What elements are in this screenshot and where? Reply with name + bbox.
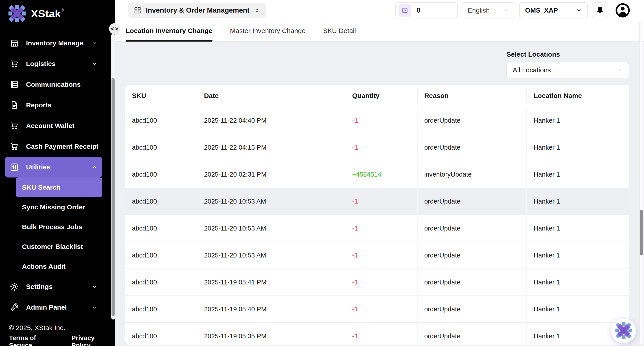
cell-location-name: Hanker 1 [527, 269, 629, 295]
column-header-date: Date [197, 89, 345, 102]
cell-sku: abcd100 [125, 269, 197, 295]
cell-quantity: -1 [345, 269, 417, 295]
language-select[interactable]: English [462, 2, 515, 19]
cell-location-name: Hanker 1 [527, 296, 629, 322]
sidebar-item-customer-blacklist[interactable]: Customer Blacklist [16, 237, 102, 257]
sidebar: XStak® Inventory Managem...LogisticsComm… [0, 0, 115, 346]
brand-logo[interactable]: XStak® [8, 5, 64, 23]
wallet-icon [398, 4, 411, 17]
sidebar-item-label: Bulk Process Jobs [22, 223, 82, 231]
locations-dropdown[interactable]: All Locations [506, 62, 629, 78]
select-locations-label: Select Locations [506, 51, 629, 58]
store-icon [10, 38, 19, 48]
table-row[interactable]: abcd1002025-11-22 04:15 PM-1orderUpdateH… [125, 134, 629, 161]
sidebar-item-cash-payment-receipt[interactable]: Cash Payment Receipt... [5, 136, 102, 157]
sidebar-item-communications[interactable]: Communications [5, 74, 102, 95]
sidebar-item-label: Cash Payment Receipt... [26, 143, 98, 150]
cell-sku: abcd100 [125, 296, 197, 322]
chevron-down-icon [91, 60, 98, 67]
cell-reason: inventoryUpdate [418, 161, 527, 188]
xstak-assistant-button[interactable] [611, 319, 636, 343]
sidebar-item-label: Admin Panel [26, 303, 67, 311]
table-row[interactable]: abcd1002025-11-19 05:35 PM-1orderUpdateH… [125, 323, 629, 345]
notifications-button[interactable] [592, 2, 608, 19]
sidebar-scrollbar-thumb[interactable] [112, 78, 115, 316]
terms-of-service-link[interactable]: Terms of Service [9, 334, 60, 346]
workspace-select[interactable]: OMS_XAP [519, 2, 588, 19]
sidebar-item-sync-missing-order[interactable]: Sync Missing Order [16, 197, 102, 217]
cell-date: 2025-11-22 04:15 PM [197, 134, 345, 161]
page-scrollbar-thumb[interactable] [640, 210, 643, 255]
chevron-down-icon [503, 7, 509, 14]
bell-icon [596, 6, 604, 15]
sidebar-item-settings[interactable]: Settings [5, 276, 102, 297]
cart-icon [10, 121, 19, 131]
tab-master-inventory-change[interactable]: Master Inventory Change [230, 21, 306, 41]
sidebar-item-label: SKU Search [22, 184, 60, 191]
cell-date: 2025-11-20 10:53 AM [197, 215, 345, 242]
table-row[interactable]: abcd1002025-11-20 10:53 AM-1orderUpdateH… [125, 215, 629, 242]
content-area: Select Locations All Locations SKUDateQu… [115, 42, 644, 346]
sidebar-item-reports[interactable]: Reports [5, 95, 102, 115]
sidebar-item-inventory-managem[interactable]: Inventory Managem... [5, 33, 102, 54]
sidebar-item-account-wallet[interactable]: Account Wallet [5, 115, 102, 136]
cell-quantity: +4584514 [345, 161, 417, 188]
cell-date: 2025-11-20 02:31 PM [197, 161, 345, 188]
table-row[interactable]: abcd1002025-11-19 05:40 PM-1orderUpdateH… [125, 296, 629, 323]
sidebar-item-actions-audit[interactable]: Actions Audit [16, 257, 102, 276]
cell-location-name: Hanker 1 [527, 161, 629, 188]
cell-location-name: Hanker 1 [527, 188, 629, 215]
cell-date: 2025-11-19 05:41 PM [197, 269, 345, 295]
module-selector[interactable]: Inventory & Order Management [128, 3, 266, 18]
sidebar-collapse-button[interactable]: <> [109, 23, 120, 34]
main-area: Inventory & Order Management 0 English O… [115, 0, 644, 346]
cell-sku: abcd100 [125, 161, 197, 188]
chevron-down-icon [616, 67, 623, 73]
footer-links: Terms of Service Privacy Policy [9, 334, 115, 346]
table-row[interactable]: abcd1002025-11-20 10:53 AM-1orderUpdateH… [125, 242, 629, 269]
registered-mark: ® [61, 8, 64, 12]
wallet-balance-box[interactable]: 0 [396, 2, 458, 19]
rows-icon [10, 80, 19, 89]
brand-name: XStak® [31, 8, 64, 20]
sidebar-item-label: Reports [26, 101, 52, 109]
privacy-policy-link[interactable]: Privacy Policy [71, 334, 115, 346]
language-value: English [468, 7, 490, 14]
column-header-quantity: Quantity [345, 89, 417, 102]
inventory-change-table: SKUDateQuantityReasonLocation Name abcd1… [125, 85, 629, 345]
wrench-icon [10, 302, 19, 312]
sidebar-item-label: Customer Blacklist [22, 243, 83, 251]
table-header-row: SKUDateQuantityReasonLocation Name [125, 85, 629, 107]
tab-location-inventory-change[interactable]: Location Inventory Change [126, 21, 212, 41]
sidebar-item-label: Utilities [26, 163, 50, 171]
sidebar-item-logistics[interactable]: Logistics [5, 54, 102, 74]
chevron-down-icon [91, 40, 98, 47]
cell-quantity: -1 [345, 242, 417, 268]
topbar-right: 0 English OMS_XAP [396, 2, 630, 19]
sidebar-scrollbar-track[interactable] [111, 34, 115, 319]
sidebar-item-label: Sync Missing Order [22, 203, 85, 211]
avatar[interactable] [615, 3, 630, 18]
table-row[interactable]: abcd1002025-11-19 05:41 PM-1orderUpdateH… [125, 269, 629, 296]
sidebar-item-sku-search[interactable]: SKU Search [16, 178, 102, 197]
cell-reason: orderUpdate [418, 242, 527, 268]
chevron-up-icon [91, 164, 98, 170]
chevron-down-icon [91, 304, 98, 311]
sidebar-footer: © 2025, XStak Inc. Terms of Service Priv… [0, 320, 115, 346]
page-scrollbar-track[interactable] [639, 21, 643, 345]
cell-quantity: -1 [345, 107, 417, 134]
sidebar-item-utilities[interactable]: Utilities [5, 157, 102, 178]
cell-reason: orderUpdate [418, 134, 527, 161]
table-row[interactable]: abcd1002025-11-22 04:40 PM-1orderUpdateH… [125, 107, 629, 134]
table-row[interactable]: abcd1002025-11-20 02:31 PM+4584514invent… [125, 161, 629, 188]
table-row[interactable]: abcd1002025-11-20 10:53 AM-1orderUpdateH… [125, 188, 629, 215]
topbar: Inventory & Order Management 0 English O… [115, 0, 644, 21]
sidebar-item-bulk-process-jobs[interactable]: Bulk Process Jobs [16, 217, 102, 237]
column-header-sku: SKU [125, 89, 197, 102]
tab-sku-detail[interactable]: SKU Detail [323, 21, 356, 41]
chevron-down-icon [91, 283, 98, 290]
cell-date: 2025-11-19 05:40 PM [197, 296, 345, 322]
cell-date: 2025-11-20 10:53 AM [197, 188, 345, 215]
sidebar-item-admin-panel[interactable]: Admin Panel [5, 297, 102, 318]
wallet-count: 0 [416, 6, 420, 14]
